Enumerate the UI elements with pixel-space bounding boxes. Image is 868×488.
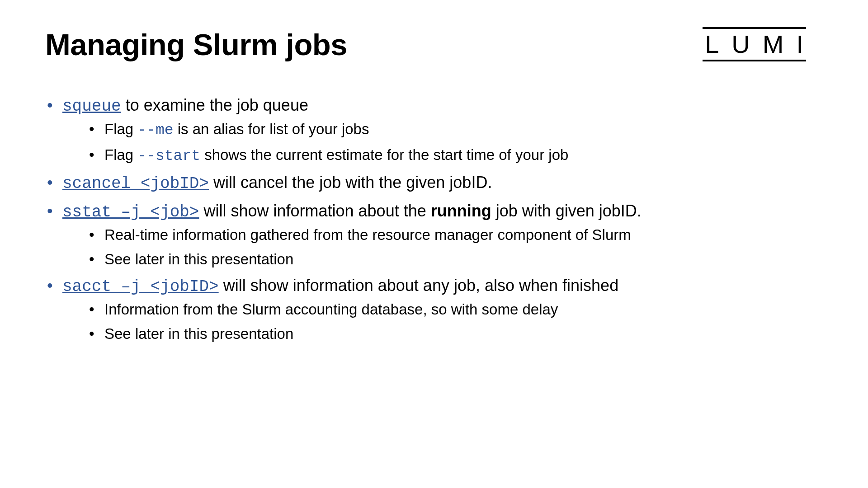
sstat-link[interactable]: sstat –j <job> (62, 203, 199, 221)
text: Flag (104, 146, 137, 163)
me-flag: --me (137, 122, 173, 139)
bullet-sstat-seelater: See later in this presentation (87, 249, 823, 270)
bullet-sstat: sstat –j <job> will show information abo… (45, 199, 823, 270)
text: shows the current estimate for the start… (200, 146, 568, 163)
bullet-sacct-seelater: See later in this presentation (87, 323, 823, 345)
start-flag: --start (137, 148, 200, 164)
sacct-link[interactable]: sacct –j <jobID> (62, 277, 219, 296)
text: is an alias for list of your jobs (174, 121, 369, 137)
bullet-squeue: squeue to examine the job queue Flag --m… (45, 94, 823, 167)
slide-title: Managing Slurm jobs (45, 27, 347, 62)
text: will cancel the job with the given jobID… (209, 173, 492, 192)
bullet-squeue-me: Flag --me is an alias for list of your j… (87, 118, 823, 141)
slide-header: Managing Slurm jobs LUMI (45, 27, 823, 62)
squeue-link[interactable]: squeue (62, 97, 121, 116)
text: will show information about any job, als… (219, 276, 619, 295)
text: Flag (104, 121, 137, 137)
scancel-link[interactable]: scancel <jobID> (62, 174, 209, 193)
bullet-sstat-realtime: Real-time information gathered from the … (87, 224, 823, 246)
bullet-sacct: sacct –j <jobID> will show information a… (45, 274, 823, 345)
slide-content: squeue to examine the job queue Flag --m… (45, 94, 823, 345)
slide: Managing Slurm jobs LUMI squeue to exami… (0, 0, 868, 488)
running-bold: running (431, 202, 491, 220)
text: will show information about the (199, 202, 430, 220)
text: job with given jobID. (491, 202, 642, 220)
bullet-scancel: scancel <jobID> will cancel the job with… (45, 171, 823, 196)
logo-text: LUMI (705, 31, 816, 58)
bullet-sacct-db: Information from the Slurm accounting da… (87, 299, 823, 320)
text: to examine the job queue (121, 96, 308, 114)
bullet-squeue-start: Flag --start shows the current estimate … (87, 144, 823, 167)
lumi-logo: LUMI (705, 31, 816, 58)
